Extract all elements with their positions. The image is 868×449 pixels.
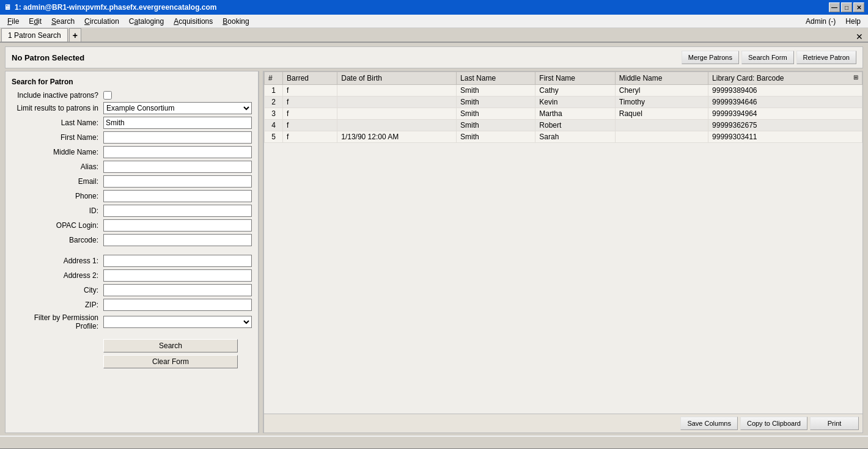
col-resize-icon[interactable]: ⊞ xyxy=(853,74,858,81)
minimize-btn[interactable]: — xyxy=(829,2,840,12)
body-panel: Search for Patron Include inactive patro… xyxy=(5,71,863,433)
include-inactive-label: Include inactive patrons? xyxy=(12,91,103,100)
title-bar-controls[interactable]: — □ ✕ xyxy=(829,2,864,12)
col-header-dob[interactable]: Date of Birth xyxy=(337,72,457,85)
tab-label: 1 Patron Search xyxy=(8,31,61,40)
limit-results-select[interactable]: Example Consortium xyxy=(103,102,252,114)
search-form-title: Search for Patron xyxy=(12,78,252,86)
cell-dob xyxy=(337,108,457,120)
cell-librarycard: 99999389406 xyxy=(708,85,862,97)
cell-dob xyxy=(337,97,457,108)
col-header-middlename[interactable]: Middle Name xyxy=(615,72,708,85)
cell-librarycard: 99999362675 xyxy=(708,120,862,131)
menu-cataloging[interactable]: Cataloging xyxy=(124,16,169,27)
email-row: Email: xyxy=(12,175,252,188)
cell-num: 4 xyxy=(265,120,283,131)
city-label: City: xyxy=(12,286,103,294)
search-form-btn[interactable]: Search Form xyxy=(741,51,794,64)
middle-name-input[interactable] xyxy=(103,146,252,158)
cell-barred: f xyxy=(283,85,337,97)
first-name-label: First Name: xyxy=(12,133,103,142)
col-header-firstname[interactable]: First Name xyxy=(535,72,615,85)
middle-name-label: Middle Name: xyxy=(12,148,103,156)
admin-menu[interactable]: Admin (-) xyxy=(801,16,840,27)
address1-row: Address 1: xyxy=(12,255,252,267)
menu-edit[interactable]: Edit xyxy=(24,16,46,27)
col-header-librarycard[interactable]: Library Card: Barcode ⊞ xyxy=(708,72,862,85)
title-bar-text: 1: admin@BR1-winxpvmfx.phasefx.evergreen… xyxy=(15,3,216,12)
middle-name-row: Middle Name: xyxy=(12,146,252,158)
email-input[interactable] xyxy=(103,175,252,188)
cell-firstname: Cathy xyxy=(535,85,615,97)
menu-booking[interactable]: Booking xyxy=(218,16,254,27)
col-header-barred[interactable]: Barred xyxy=(283,72,337,85)
filter-permission-label: Filter by Permission Profile: xyxy=(12,313,103,330)
print-btn[interactable]: Print xyxy=(810,417,859,430)
barcode-input[interactable] xyxy=(103,234,252,246)
tab-add-btn[interactable]: + xyxy=(69,28,81,42)
results-table: # Barred Date of Birth Last Name First N… xyxy=(264,71,862,143)
email-label: Email: xyxy=(12,177,103,186)
id-input[interactable] xyxy=(103,205,252,217)
opac-login-row: OPAC Login: xyxy=(12,219,252,232)
cell-middlename: Raquel xyxy=(615,108,708,120)
address1-input[interactable] xyxy=(103,255,252,267)
table-row[interactable]: 3 f Smith Martha Raquel 99999394964 xyxy=(265,108,862,120)
cell-lastname: Smith xyxy=(457,108,535,120)
clear-form-button[interactable]: Clear Form xyxy=(103,355,238,368)
include-inactive-checkbox[interactable] xyxy=(103,91,112,100)
tab-close-btn[interactable]: ✕ xyxy=(852,32,867,42)
alias-label: Alias: xyxy=(12,162,103,171)
alias-row: Alias: xyxy=(12,161,252,173)
window-close-btn[interactable]: ✕ xyxy=(853,2,864,12)
cell-firstname: Martha xyxy=(535,108,615,120)
include-inactive-row: Include inactive patrons? xyxy=(12,91,252,100)
cell-middlename: Cheryl xyxy=(615,85,708,97)
cell-lastname: Smith xyxy=(457,120,535,131)
alias-input[interactable] xyxy=(103,161,252,173)
form-buttons: Search Clear Form xyxy=(12,339,252,368)
first-name-input[interactable] xyxy=(103,131,252,144)
filter-permission-select[interactable] xyxy=(103,316,252,328)
col-header-lastname[interactable]: Last Name xyxy=(457,72,535,85)
cell-firstname: Kevin xyxy=(535,97,615,108)
last-name-label: Last Name: xyxy=(12,119,103,127)
table-row[interactable]: 4 f Smith Robert 99999362675 xyxy=(265,120,862,131)
table-row[interactable]: 5 f 1/13/90 12:00 AM Smith Sarah 9999930… xyxy=(265,131,862,143)
cell-firstname: Robert xyxy=(535,120,615,131)
panel-resizer[interactable] xyxy=(259,71,263,433)
phone-row: Phone: xyxy=(12,190,252,202)
menu-file[interactable]: File xyxy=(2,16,24,27)
results-table-container[interactable]: # Barred Date of Birth Last Name First N… xyxy=(264,71,862,414)
save-columns-btn[interactable]: Save Columns xyxy=(680,417,738,430)
col-header-num[interactable]: # xyxy=(265,72,283,85)
help-menu[interactable]: Help xyxy=(840,16,866,27)
address2-row: Address 2: xyxy=(12,269,252,282)
last-name-input[interactable] xyxy=(103,117,252,129)
address1-label: Address 1: xyxy=(12,257,103,265)
menu-search[interactable]: Search xyxy=(46,16,79,27)
retrieve-patron-btn[interactable]: Retrieve Patron xyxy=(796,51,856,64)
zip-input[interactable] xyxy=(103,299,252,311)
cell-num: 2 xyxy=(265,97,283,108)
merge-patrons-btn[interactable]: Merge Patrons xyxy=(682,51,739,64)
barcode-label: Barcode: xyxy=(12,236,103,244)
cell-librarycard: 99999394646 xyxy=(708,97,862,108)
opac-login-input[interactable] xyxy=(103,219,252,232)
city-input[interactable] xyxy=(103,284,252,296)
zip-label: ZIP: xyxy=(12,301,103,309)
action-bar: No Patron Selected Merge Patrons Search … xyxy=(5,46,863,68)
title-bar: 🖥 1: admin@BR1-winxpvmfx.phasefx.evergre… xyxy=(0,0,868,15)
tab-patron-search[interactable]: 1 Patron Search xyxy=(1,28,68,42)
address2-input[interactable] xyxy=(103,269,252,282)
no-patron-label: No Patron Selected xyxy=(12,53,84,62)
menu-circulation[interactable]: Circulation xyxy=(79,16,124,27)
table-row[interactable]: 2 f Smith Kevin Timothy 99999394646 xyxy=(265,97,862,108)
table-row[interactable]: 1 f Smith Cathy Cheryl 99999389406 xyxy=(265,85,862,97)
app-icon: 🖥 xyxy=(4,3,11,12)
copy-clipboard-btn[interactable]: Copy to Clipboard xyxy=(740,417,807,430)
menu-acquisitions[interactable]: Acquisitions xyxy=(169,16,218,27)
maximize-btn[interactable]: □ xyxy=(841,2,852,12)
phone-input[interactable] xyxy=(103,190,252,202)
search-button[interactable]: Search xyxy=(103,339,238,352)
